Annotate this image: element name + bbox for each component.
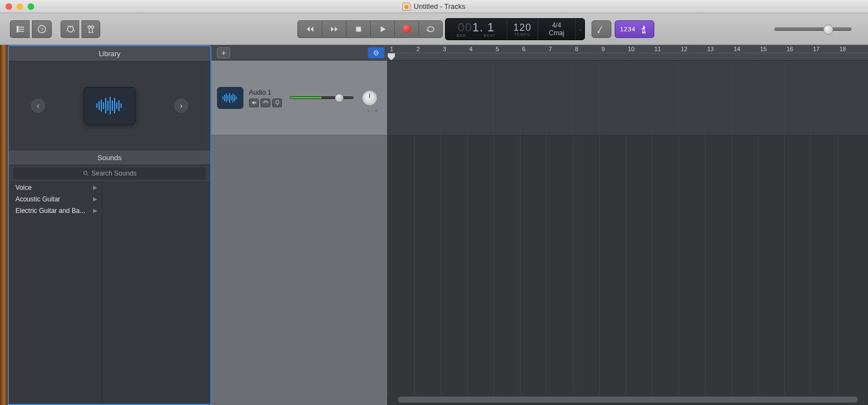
lcd-bar-label: BAR [457,34,466,37]
playhead[interactable] [388,53,395,60]
svg-rect-28 [121,103,122,108]
input-monitor-button[interactable] [272,98,282,107]
track-filter-button[interactable] [368,47,384,58]
volume-thumb[interactable] [823,25,833,35]
svg-rect-37 [231,95,232,101]
search-input[interactable]: Search Sounds [13,167,206,179]
search-placeholder: Search Sounds [91,169,137,177]
ruler-tick: 9 [601,46,605,52]
pan-knob[interactable] [362,91,377,105]
smart-controls-button[interactable] [61,20,79,38]
ruler-tick: 5 [496,46,499,52]
stop-button[interactable] [346,20,370,38]
svg-rect-20 [103,102,104,109]
play-button[interactable] [370,20,394,38]
library-category[interactable]: Electric Guitar and Ba...▶ [9,205,102,216]
horizontal-scrollbar[interactable] [398,396,858,403]
track-volume[interactable] [290,95,354,101]
lcd-tempo[interactable]: 120 TEMPO [507,19,538,40]
library-category[interactable]: Acoustic Guitar▶ [9,193,102,205]
toolbar-right-group: 1234 [592,20,654,38]
arrangement-area[interactable] [388,61,868,405]
editors-button[interactable] [82,20,100,38]
svg-rect-3 [17,26,18,32]
tracks-body: Audio 1 L R [211,61,868,405]
ruler-tick: 7 [549,46,552,52]
svg-rect-27 [118,100,120,111]
window-title: Untitled - Tracks [0,2,868,10]
svg-rect-25 [114,98,115,113]
track-info: Audio 1 [249,89,282,107]
titlebar: Untitled - Tracks [0,0,868,13]
lcd-position[interactable]: 001. 1 BARBEAT [446,19,507,40]
ruler-tick: 16 [786,46,793,52]
library-preview: ‹ › [9,62,210,150]
lcd-mode-menu[interactable]: ⌄ [576,19,584,40]
cycle-button[interactable] [419,20,443,38]
search-icon [83,170,89,177]
toolbar-edit-group [61,20,100,38]
solo-button[interactable] [261,98,270,107]
svg-point-14 [598,31,599,32]
ruler-tick: 18 [839,46,846,52]
svg-rect-40 [236,96,237,100]
forward-button[interactable] [322,20,346,38]
track-row[interactable]: Audio 1 L R [211,61,387,135]
track-name[interactable]: Audio 1 [249,89,282,96]
library-category[interactable]: Voice▶ [9,182,102,193]
ruler-tick: 15 [760,46,767,52]
svg-rect-43 [275,100,279,103]
library-prev-button[interactable]: ‹ [31,98,45,113]
library-toggle-button[interactable] [10,20,30,38]
svg-rect-26 [116,102,117,109]
tuner-button[interactable] [592,20,611,38]
svg-rect-32 [223,96,224,100]
window-title-text: Untitled - Tracks [414,2,465,10]
toolbar: ? 001. 1 BARBEAT 120 TEMPO 4/4 Cmaj [0,13,868,45]
svg-rect-24 [112,101,113,111]
library-next-button[interactable]: › [174,98,188,113]
svg-rect-39 [234,95,235,101]
track-filter-cell [236,45,388,60]
add-track-button[interactable]: + [217,47,230,58]
svg-rect-33 [224,95,225,101]
master-volume[interactable] [774,28,851,31]
ruler-tick: 6 [522,46,525,52]
ruler-tick: 11 [654,46,661,52]
lcd-display[interactable]: 001. 1 BARBEAT 120 TEMPO 4/4 Cmaj ⌄ [445,18,585,40]
track-volume-thumb[interactable] [335,94,344,102]
quick-help-button[interactable]: ? [32,20,52,38]
ruler-tick: 2 [416,46,420,52]
svg-rect-23 [110,97,111,114]
track-lane[interactable] [388,61,868,135]
toolbar-left-group: ? [10,20,52,38]
ruler-tick: 17 [813,46,820,52]
ruler-tick: 4 [469,46,473,52]
library-panel: Library ‹ › Sounds Search Sounds Voice▶A… [8,45,211,405]
ruler-tick: 13 [707,46,714,52]
chevron-right-icon: ▶ [93,196,97,202]
ruler-tick: 3 [443,46,446,52]
record-button[interactable] [394,20,419,38]
library-column-0: Voice▶Acoustic Guitar▶Electric Guitar an… [9,182,102,404]
chevron-right-icon: ▶ [93,207,97,214]
ruler-tick: 1 [390,46,393,52]
rewind-button[interactable] [297,20,322,38]
svg-rect-35 [227,95,229,101]
lcd-key-sig[interactable]: 4/4 Cmaj [538,19,576,40]
track-header-row: + 123456789101112131415161718 [211,45,868,61]
chevron-right-icon: ▶ [93,184,97,190]
search-row: Search Sounds [9,165,210,182]
countoff-button[interactable]: 1234 [615,20,654,38]
scrollbar-thumb[interactable] [398,396,858,403]
document-icon [403,3,410,10]
main-area: Library ‹ › Sounds Search Sounds Voice▶A… [0,45,868,405]
lcd-beat-label: BEAT [484,34,496,37]
metronome-icon [639,24,649,34]
svg-rect-22 [107,101,109,111]
timeline-ruler[interactable]: 123456789101112131415161718 [388,45,868,60]
mute-button[interactable] [249,98,259,107]
svg-rect-18 [99,101,100,110]
svg-rect-36 [229,93,230,103]
pan-label: L R [367,109,380,113]
